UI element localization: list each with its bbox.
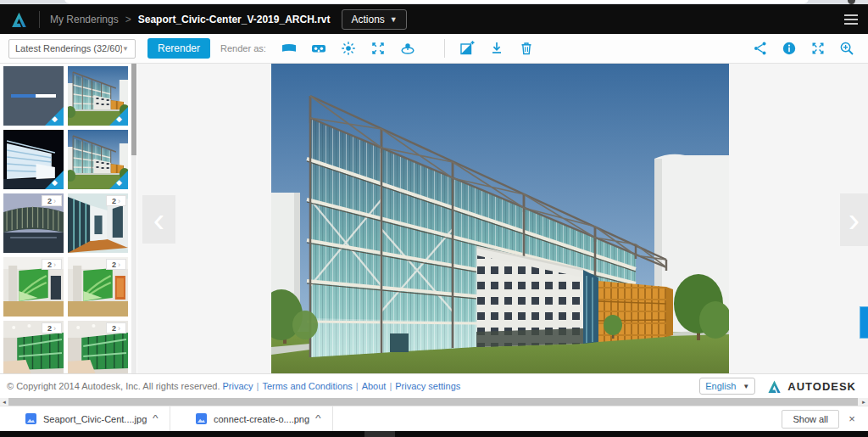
variant-count: 2 [47, 261, 52, 269]
privacy-link[interactable]: Privacy [222, 381, 253, 391]
scroll-left-arrow-icon[interactable]: ◄ [0, 398, 8, 406]
next-rendering-button[interactable]: › [840, 193, 868, 246]
sidebar-scrollbar-thumb[interactable] [131, 64, 136, 155]
chevron-right-icon: › [118, 197, 120, 205]
sidebar-scrollbar[interactable] [131, 64, 136, 373]
variant-count-badge[interactable]: 2 › [42, 259, 62, 270]
viewer-tool-icons [753, 41, 854, 56]
site-footer: © Copyright 2014 Autodesk, Inc. All righ… [0, 373, 868, 398]
thumbnail-rendering-in-progress[interactable]: ◆ [3, 66, 64, 126]
thumbnail-exterior-day-2[interactable]: ◆ [68, 130, 128, 189]
info-icon[interactable] [782, 41, 797, 56]
variant-count-badge[interactable]: 2 › [42, 322, 62, 333]
zoom-in-icon[interactable] [839, 41, 854, 56]
chevron-right-icon: › [118, 261, 120, 269]
fullscreen-icon[interactable] [810, 41, 826, 56]
panorama-icon[interactable] [281, 41, 297, 56]
chevron-right-icon: › [53, 261, 56, 269]
variant-count: 2 [112, 197, 116, 205]
horizontal-scrollbar[interactable]: ◄ ► [0, 398, 868, 406]
stereo-panorama-icon[interactable] [311, 41, 326, 56]
browser-downloads-bar: Seaport_Civic-Cent....jpg ^ connect-crea… [0, 406, 868, 431]
variant-count-badge[interactable]: 2 › [106, 195, 126, 206]
actions-button[interactable]: Actions ▼ [342, 9, 406, 30]
chevron-left-icon: ‹ [153, 203, 164, 237]
render-as-label: Render as: [220, 43, 266, 53]
download-item-connect-create-png[interactable]: connect-create-o....png ^ [170, 406, 332, 432]
language-value: English [705, 381, 743, 391]
autodesk-wordmark: AUTODESK [787, 380, 856, 393]
thumbnail-stair-interior-a[interactable]: 2 › [3, 257, 64, 317]
download-file-name: connect-create-o....png [214, 414, 309, 424]
previous-rendering-button[interactable]: ‹ [142, 195, 175, 244]
cloud-credit-badge: ◆ [109, 171, 128, 189]
render-progress-bar [11, 94, 56, 98]
download-expand-caret-icon[interactable]: ^ [153, 414, 159, 423]
solar-study-icon[interactable] [341, 41, 356, 56]
autodesk-logo-icon [767, 379, 782, 394]
scroll-right-arrow-icon[interactable]: ► [860, 398, 868, 406]
thumbnail-exterior-dusk[interactable]: 2 › [3, 193, 64, 253]
gem-icon: ◆ [52, 115, 58, 123]
caret-down-icon: ▼ [743, 383, 749, 390]
cloud-credit-badge: ◆ [109, 107, 128, 126]
horizontal-scrollbar-thumb[interactable] [8, 398, 858, 406]
privacy-settings-link[interactable]: Privacy settings [395, 381, 460, 391]
chevron-right-icon: › [118, 324, 120, 333]
gallery-filter-select[interactable]: Latest Renderings (32/60) ▼ [8, 39, 136, 59]
variant-count-badge[interactable]: 2 › [106, 259, 126, 270]
about-link[interactable]: About [362, 381, 387, 391]
render-type-icons [281, 39, 534, 58]
download-icon[interactable] [489, 41, 504, 56]
breadcrumb-current-file: Seaport_Civic-Center_V-2019_ARCH.rvt [138, 14, 331, 25]
content-area: ◆ ◆ ◆ ◆ 2 › [0, 64, 868, 373]
variant-count: 2 [47, 324, 52, 333]
variant-count-badge[interactable]: 2 › [42, 195, 62, 206]
terms-link[interactable]: Terms and Conditions [262, 381, 352, 391]
header-divider [39, 11, 40, 28]
footer-link-separator: | [356, 381, 359, 391]
thumbnail-lobby-a[interactable]: 2 › [3, 321, 64, 373]
download-file-name: Seaport_Civic-Cent....jpg [43, 414, 147, 424]
thumbnail-exterior-illuminance[interactable]: ◆ [3, 130, 64, 189]
show-all-downloads-button[interactable]: Show all [782, 410, 839, 429]
gem-icon: ◆ [116, 179, 122, 187]
interactive-panorama-icon[interactable] [370, 41, 386, 56]
app-header: My Renderings > Seaport_Civic-Center_V-2… [0, 4, 868, 34]
breadcrumb-root[interactable]: My Renderings [50, 14, 119, 25]
language-select[interactable]: English ▼ [699, 378, 755, 395]
chevron-right-icon: › [53, 197, 56, 205]
variant-count-badge[interactable]: 2 › [106, 322, 126, 333]
render-viewer: ‹ › [137, 64, 868, 373]
gallery-filter-value: Latest Renderings (32/60) [15, 43, 122, 53]
thumbnail-corridor[interactable]: 2 › [68, 193, 128, 253]
footer-link-separator: | [389, 381, 392, 391]
thumbnail-stair-interior-b[interactable]: 2 › [68, 257, 128, 317]
breadcrumb-separator: > [125, 14, 131, 25]
delete-icon[interactable] [519, 41, 534, 56]
close-downloads-bar-icon[interactable]: × [839, 412, 865, 425]
download-expand-caret-icon[interactable]: ^ [315, 414, 321, 423]
address-bar-sliver [64, 0, 809, 3]
gem-icon: ◆ [116, 115, 122, 123]
feedback-tab[interactable] [860, 306, 868, 339]
thumbnail-lobby-b[interactable]: 2 › [68, 321, 128, 373]
render-toolbar: Latest Renderings (32/60) ▼ Rerender Ren… [0, 34, 868, 64]
actions-label: Actions [351, 14, 384, 25]
autodesk-footer-logo: AUTODESK [767, 379, 856, 394]
cloud-credit-badge: ◆ [45, 171, 64, 189]
download-item-seaport-jpg[interactable]: Seaport_Civic-Cent....jpg ^ [0, 406, 170, 432]
thumbnail-grid: ◆ ◆ ◆ ◆ 2 › [3, 66, 129, 373]
rerender-button[interactable]: Rerender [147, 38, 210, 59]
hamburger-menu-icon[interactable] [844, 14, 858, 25]
adjust-image-icon[interactable] [459, 41, 475, 56]
downloads-divider [332, 406, 333, 432]
variant-count: 2 [112, 324, 116, 333]
autodesk-logo-icon[interactable] [10, 11, 29, 28]
footer-link-separator: | [257, 381, 259, 391]
chevron-right-icon: › [53, 324, 56, 333]
rendering-thumbnails-sidebar: ◆ ◆ ◆ ◆ 2 › [0, 64, 137, 373]
turntable-icon[interactable] [400, 41, 415, 56]
thumbnail-exterior-day-selected[interactable]: ◆ [68, 66, 128, 126]
share-icon[interactable] [753, 41, 768, 56]
